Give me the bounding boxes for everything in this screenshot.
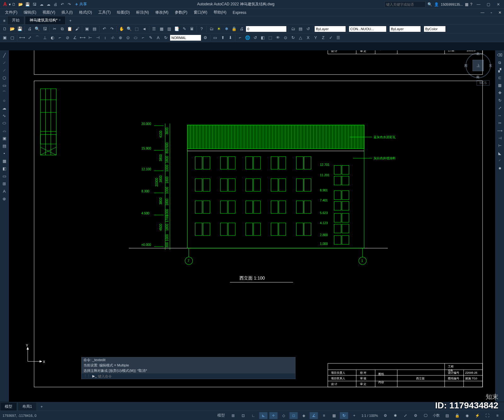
matchprop-icon[interactable]: 🖌 xyxy=(74,26,81,32)
tab-add-button[interactable]: + xyxy=(66,17,75,24)
chamfer-icon[interactable]: ◣ xyxy=(495,150,504,157)
search-icon[interactable]: 🔍 xyxy=(427,2,432,7)
tolerance-icon[interactable]: ⊕ xyxy=(117,34,124,41)
lock-ui-icon[interactable]: 🔒 xyxy=(453,412,461,419)
centermark-icon[interactable]: ⊙ xyxy=(124,34,131,41)
ucs-world-icon[interactable]: 🌐 xyxy=(244,34,251,41)
tab-menu-icon[interactable]: ≡ xyxy=(1,17,7,24)
minimize-button[interactable]: — xyxy=(474,2,483,7)
bring-front-icon[interactable]: ⬆ xyxy=(219,34,226,41)
explode-icon[interactable]: ✸ xyxy=(495,165,504,172)
publish-icon[interactable]: 🖫 xyxy=(41,26,48,32)
xline-icon[interactable]: ⟋ xyxy=(0,59,9,66)
user-label[interactable]: 1505999135... xyxy=(441,3,463,6)
iso-button[interactable]: ◇ xyxy=(279,412,288,419)
tab-start[interactable]: 开始 xyxy=(7,16,24,24)
arc-icon[interactable]: ⌒ xyxy=(0,89,9,96)
snap-button[interactable]: ⊡ xyxy=(239,412,247,419)
command-input[interactable] xyxy=(98,374,293,378)
anno-vis-icon[interactable]: ✱ xyxy=(391,412,399,419)
revcloud-icon[interactable]: ☁ xyxy=(0,105,9,111)
stretch-icon[interactable]: ↔ xyxy=(495,112,504,119)
ucs-zaxis-icon[interactable]: Z xyxy=(320,34,327,41)
fillet-icon[interactable]: ◜ xyxy=(495,157,504,164)
layout-add-button[interactable]: + xyxy=(37,403,46,410)
polar-button[interactable]: ✧ xyxy=(269,412,278,419)
move-icon[interactable]: ✥ xyxy=(495,89,504,96)
menu-help[interactable]: 帮助(H) xyxy=(211,9,229,16)
dim-baseline-icon[interactable]: ⊢ xyxy=(87,34,94,41)
dim-jogline-icon[interactable]: ⌐ xyxy=(140,34,146,41)
freeze-icon[interactable]: ❄ xyxy=(223,26,230,32)
anno-scale[interactable]: 1:1 / 100% xyxy=(360,414,379,417)
menu-dimension[interactable]: 标注(N) xyxy=(134,9,152,16)
osnap-button[interactable]: □ xyxy=(289,412,298,419)
menu-modify[interactable]: 修改(M) xyxy=(153,9,171,16)
rotate-icon[interactable]: ↻ xyxy=(495,97,504,104)
menu-window[interactable]: 窗口(W) xyxy=(191,9,210,16)
mirror-icon[interactable]: ▞ xyxy=(495,67,504,74)
preview-icon[interactable]: 🔍 xyxy=(34,26,41,32)
point-icon[interactable]: • xyxy=(0,150,9,157)
close-button[interactable]: ✕ xyxy=(494,2,503,7)
menu-file[interactable]: 文件(F) xyxy=(3,9,20,16)
undo-icon[interactable]: ↶ xyxy=(59,1,66,8)
array-icon[interactable]: ▦ xyxy=(495,82,504,89)
insertblock-icon[interactable]: ▣ xyxy=(0,135,9,142)
layerprev-icon[interactable]: ↺ xyxy=(305,26,312,32)
units-label[interactable]: 小数 xyxy=(432,413,441,418)
monitor-icon[interactable]: 🖵 xyxy=(421,412,430,419)
dim-tedit-icon[interactable]: A xyxy=(155,34,162,41)
rectangle-icon[interactable]: ▭ xyxy=(0,82,9,89)
block-editor-icon[interactable]: ▤ xyxy=(91,26,98,32)
menu-insert[interactable]: 插入(I) xyxy=(59,9,75,16)
polyline-icon[interactable]: ⟋ xyxy=(0,67,9,74)
dim-break-icon[interactable]: -/- xyxy=(109,34,116,41)
addselect-icon[interactable]: ⊕ xyxy=(0,195,9,202)
open-icon[interactable]: 📂 xyxy=(18,1,24,8)
ucs-origin-icon[interactable]: ⊙ xyxy=(282,34,289,41)
layerstate-icon[interactable]: 🗂 xyxy=(289,26,296,32)
dyn-button[interactable]: + xyxy=(350,412,358,419)
ucs-icon[interactable]: ⌐ xyxy=(237,34,243,41)
dim-diameter-icon[interactable]: ⊘ xyxy=(64,34,71,41)
menu-format[interactable]: 格式(O) xyxy=(77,9,94,16)
maximize-button[interactable]: ▢ xyxy=(484,2,493,7)
copy-icon[interactable]: ⧉ xyxy=(59,26,66,32)
hw-accel-icon[interactable]: ⚡ xyxy=(473,412,481,419)
line-icon[interactable]: ╱ xyxy=(0,52,9,59)
ucs-prev-icon[interactable]: ↺ xyxy=(252,34,259,41)
print-icon[interactable]: 🖨 xyxy=(26,26,33,32)
infer-button[interactable]: ∟ xyxy=(249,412,257,419)
menu-view[interactable]: 视图(V) xyxy=(40,9,58,16)
layer-combo[interactable] xyxy=(246,26,287,32)
spline-icon[interactable]: ∿ xyxy=(0,112,9,119)
zoom-prev-icon[interactable]: ◄ xyxy=(141,26,148,32)
extend-icon[interactable]: ⟶ xyxy=(495,127,504,134)
dim-jogged-icon[interactable]: ⌐ xyxy=(56,34,63,41)
dim-radius-icon[interactable]: ◐ xyxy=(49,34,56,41)
layermgr-icon[interactable]: 🗂 xyxy=(208,26,215,32)
app-logo[interactable]: A xyxy=(1,2,9,7)
user-icon[interactable]: 👤 xyxy=(434,2,439,7)
plot-icon[interactable]: 🖨 xyxy=(52,1,59,8)
circle-icon[interactable]: ○ xyxy=(0,97,9,104)
menu-draw[interactable]: 绘图(D) xyxy=(114,9,132,16)
dim-continue-icon[interactable]: ⊣ xyxy=(94,34,101,41)
block-icon[interactable]: ▣ xyxy=(83,26,90,32)
gradient-icon[interactable]: ◧ xyxy=(0,165,9,172)
markup-icon[interactable]: ✎ xyxy=(181,26,188,32)
dim-edit-icon[interactable]: ✎ xyxy=(147,34,154,41)
help2-icon[interactable]: ? xyxy=(198,26,205,32)
save-icon[interactable]: 💾 xyxy=(16,26,23,32)
ucs-obj-icon[interactable]: ⬚ xyxy=(267,34,274,41)
cmd-handle-icon[interactable]: ⋮⋮ xyxy=(83,374,90,378)
zoom-realtime-icon[interactable]: 🔍 xyxy=(126,26,133,32)
grid-button[interactable]: ⊞ xyxy=(229,412,237,419)
group-icon[interactable]: ▣ xyxy=(1,34,8,41)
workspace-icon[interactable]: ⚙ xyxy=(411,412,420,419)
draworder-icon[interactable]: ▭ xyxy=(212,34,219,41)
dim-aligned-icon[interactable]: ⤢ xyxy=(26,34,33,41)
hatch-icon[interactable]: ▦ xyxy=(0,157,9,164)
lineweight-combo[interactable] xyxy=(389,26,421,32)
